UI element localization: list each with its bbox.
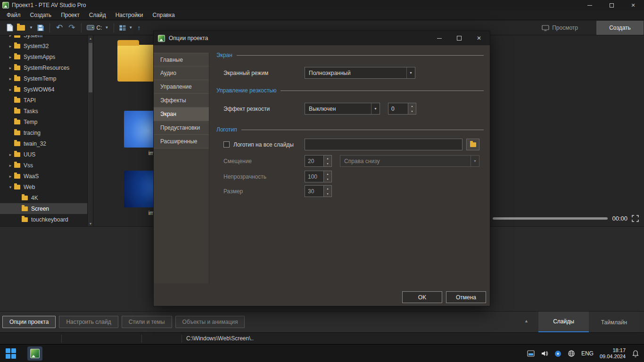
nav-item-main[interactable]: Главные: [154, 53, 209, 66]
logo-checkbox-row[interactable]: Логотип на все слайды: [223, 139, 294, 150]
clock[interactable]: 18:17 09.04.2024: [600, 347, 626, 360]
sharpen-effect-dropdown[interactable]: Выключен ▼: [305, 103, 380, 115]
styles-themes-button[interactable]: Стили и темы: [122, 316, 172, 328]
objects-animation-button[interactable]: Объекты и анимация: [175, 316, 245, 328]
tree-item-label: Web: [24, 184, 35, 190]
chevron-right-icon: ▸: [7, 76, 14, 81]
logo-opacity-label: Непрозрачность: [223, 171, 266, 182]
logo-position-dropdown[interactable]: Справа снизу ▼: [340, 155, 479, 167]
logo-checkbox[interactable]: [223, 141, 230, 148]
tree-item-systemapps[interactable]: ▸SystemApps: [0, 51, 87, 62]
create-button[interactable]: Создать: [596, 21, 644, 35]
tree-item-systemtemp[interactable]: ▸SystemTemp: [0, 73, 87, 84]
dialog-titlebar: Опции проекта ✕: [154, 31, 490, 45]
tree-item-screen[interactable]: Screen: [0, 203, 87, 214]
tree-item-temp[interactable]: Temp: [0, 116, 87, 127]
dialog-minimize-button[interactable]: [429, 31, 449, 45]
redo-button[interactable]: ↷: [66, 24, 78, 32]
undo-button[interactable]: ↶: [53, 24, 66, 32]
minimize-button[interactable]: [579, 0, 601, 10]
preview-button[interactable]: Просмотр: [542, 20, 578, 35]
logo-browse-button[interactable]: [466, 139, 479, 150]
nav-item-screen[interactable]: Экран: [154, 107, 209, 121]
tree-item-tapi[interactable]: TAPI: [0, 95, 87, 106]
seek-slider[interactable]: [493, 217, 608, 220]
maximize-button[interactable]: [601, 0, 622, 10]
menu-slide[interactable]: Слайд: [84, 11, 111, 19]
save-project-button[interactable]: [35, 22, 46, 34]
dialog-close-button[interactable]: ✕: [469, 31, 489, 45]
open-project-button[interactable]: ▼: [15, 22, 35, 34]
tree-item-touchkeyboard[interactable]: touchkeyboard: [0, 214, 87, 225]
scroll-up-icon[interactable]: ▲: [88, 35, 93, 41]
notification-bell-icon[interactable]: [632, 350, 639, 358]
tree-item-syswow64[interactable]: ▸SysWOW64: [0, 84, 87, 95]
tree-item-tracing[interactable]: tracing: [0, 127, 87, 138]
tree-item-web[interactable]: ▾Web: [0, 181, 87, 192]
menu-project[interactable]: Проект: [56, 11, 84, 19]
fullscreen-icon[interactable]: [632, 215, 639, 222]
section-divider: [281, 90, 484, 91]
sharpen-amount-spinner[interactable]: 0 ▲▼: [388, 103, 416, 115]
logo-offset-spinner[interactable]: 20 ▲▼: [305, 155, 332, 167]
tree-item-system32[interactable]: ▸System32: [0, 41, 87, 51]
nav-item-advanced[interactable]: Расширенные: [154, 135, 209, 148]
tray-window-icon[interactable]: [527, 350, 535, 357]
network-globe-icon[interactable]: [568, 350, 575, 357]
nav-item-effects[interactable]: Эффекты: [154, 94, 209, 107]
folder-icon: [14, 44, 20, 49]
menu-file[interactable]: Файл: [2, 11, 25, 19]
new-project-button[interactable]: [5, 22, 15, 34]
nav-item-audio[interactable]: Аудио: [154, 66, 209, 80]
slide-settings-button[interactable]: Настроить слайд: [59, 316, 118, 328]
menu-settings[interactable]: Настройки: [111, 11, 148, 19]
sharpen-effect-label: Эффект резкости: [223, 103, 270, 115]
spinner-arrows[interactable]: ▲▼: [323, 186, 331, 197]
spinner-arrows[interactable]: ▲▼: [323, 171, 331, 182]
scroll-down-icon[interactable]: ▼: [88, 221, 93, 226]
project-options-button[interactable]: Опции проекта: [2, 316, 56, 328]
tree-item-twain32[interactable]: twain_32: [0, 138, 87, 149]
language-indicator[interactable]: ENG: [581, 350, 594, 357]
menu-create[interactable]: Создать: [25, 11, 57, 19]
spinner-arrows[interactable]: ▲▼: [408, 103, 416, 114]
browse-folder-icon: [470, 142, 476, 147]
view-mode-selector[interactable]: ▼: [117, 24, 134, 32]
tray-status-icon[interactable]: [554, 350, 561, 357]
speaker-icon[interactable]: [541, 350, 548, 357]
tree-item-tasks[interactable]: Tasks: [0, 106, 87, 116]
tree-item-vss[interactable]: ▸Vss: [0, 160, 87, 171]
close-button[interactable]: ✕: [622, 0, 644, 10]
minimize-icon: [437, 38, 442, 39]
scrollbar-thumb[interactable]: [89, 43, 92, 92]
section-logo: Логотип: [216, 126, 484, 133]
tree-item-system[interactable]: ▸System: [0, 35, 87, 41]
screen-mode-dropdown[interactable]: Полноэкранный ▼: [305, 67, 415, 79]
ok-button[interactable]: OK: [402, 291, 442, 303]
section-logo-title: Логотип: [216, 126, 237, 133]
menu-help[interactable]: Справка: [148, 11, 180, 19]
folder-up-button[interactable]: ↑: [134, 24, 143, 32]
spinner-arrows[interactable]: ▲▼: [323, 156, 331, 166]
tab-timeline[interactable]: Таймлайн: [589, 312, 639, 333]
maximize-icon: [457, 36, 462, 41]
tree-item-4k[interactable]: 4K: [0, 192, 87, 203]
tree-item-waas[interactable]: ▸WaaS: [0, 171, 87, 181]
logo-size-spinner[interactable]: 30 ▲▼: [305, 185, 332, 197]
tree-list: ▸System ▸System32 ▸SystemApps ▸SystemRes…: [0, 35, 87, 225]
tree-item-systemresources[interactable]: ▸SystemResources: [0, 62, 87, 73]
spin-down-icon: ▼: [324, 191, 331, 197]
nav-item-control[interactable]: Управление: [154, 80, 209, 94]
tab-slides[interactable]: Слайды: [538, 312, 589, 333]
start-button[interactable]: [6, 348, 16, 359]
drive-selector[interactable]: C: ▼: [85, 24, 110, 32]
collapse-panel-icon[interactable]: ▲: [524, 319, 528, 323]
tree-scrollbar[interactable]: ▲ ▼: [87, 35, 93, 226]
logo-opacity-spinner[interactable]: 100 ▲▼: [305, 171, 332, 182]
logo-path-input[interactable]: [305, 139, 462, 150]
tree-item-uus[interactable]: ▸UUS: [0, 149, 87, 160]
dialog-maximize-button[interactable]: [449, 31, 469, 45]
nav-item-presets[interactable]: Предустановки: [154, 121, 209, 135]
cancel-button[interactable]: Отмена: [446, 291, 486, 303]
taskbar-app-button[interactable]: [27, 346, 42, 361]
